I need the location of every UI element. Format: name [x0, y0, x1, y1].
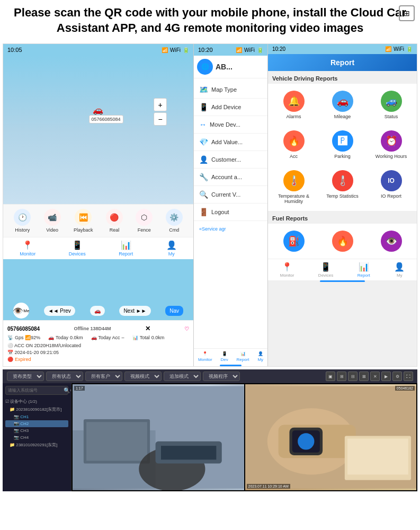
p2-nav-dev[interactable]: 📱 Dev — [220, 351, 228, 362]
grid-3-icon[interactable]: ⊟ — [348, 372, 358, 381]
p2-nav-my[interactable]: 👤 My — [257, 351, 263, 362]
qr-icon: ⊞ — [399, 5, 415, 21]
parking-icon-circle: 🅿 — [332, 130, 353, 152]
report-io[interactable]: IO IO Report — [368, 166, 414, 208]
prev-button[interactable]: ◄◄ Prev — [44, 306, 75, 316]
p3-report-label: Report — [358, 273, 370, 278]
stop-icon[interactable]: ✕ — [370, 372, 380, 381]
video-program-dropdown[interactable]: 视频程序 — [203, 372, 240, 381]
tree-ch3[interactable]: 📷 CH3 — [5, 427, 68, 434]
menu-map-type[interactable]: 🗺️ Map Type — [194, 81, 267, 99]
video-mode-dropdown[interactable]: 视频模式 — [124, 372, 162, 381]
video-search-input[interactable] — [8, 388, 64, 393]
customer-dropdown[interactable]: 所有客户 — [85, 372, 122, 381]
device-type-dropdown[interactable]: 资布类型 — [7, 372, 44, 381]
video-label: Video — [46, 227, 58, 233]
status-dropdown[interactable]: 所有状态 — [46, 372, 83, 381]
fuel-item-3[interactable]: 👁️ — [368, 226, 414, 256]
grid-4-icon[interactable]: ⊠ — [359, 372, 369, 381]
device-tree: ☑ 设备中心 (1/2) 📁 2023810090182[东莞市] 📷 CH1 … — [5, 398, 68, 449]
menu-move-device[interactable]: ↔️ Move Dev... — [194, 116, 267, 134]
zoom-in-button[interactable]: + — [154, 98, 167, 111]
report-temp-statistics[interactable]: 🌡️ Temp Statistics — [319, 166, 365, 208]
next-button[interactable]: Next ►► — [119, 306, 150, 316]
menu-logout[interactable]: 🚪 Logout — [194, 204, 267, 221]
tree-ch2[interactable]: 📷 CH2 — [5, 420, 68, 427]
menu-customer[interactable]: 👤 Customer... — [194, 151, 267, 169]
video-timestamp-2: 2023.07.11 10:29:10 AM — [247, 484, 290, 489]
video-device-id: 05046182 — [395, 386, 415, 391]
p2-nav-monitor[interactable]: 📍 Monitor — [198, 351, 212, 362]
zoom-out-button[interactable]: − — [154, 112, 167, 126]
today-stat: 🚗 Today 0.0km — [48, 335, 83, 340]
nav-monitor[interactable]: 📍 Monitor — [20, 240, 35, 257]
video-search: 🔍 ⚙ — [5, 386, 68, 395]
quick-cmd[interactable]: ⚙️ Cmd — [166, 209, 183, 233]
calendar-icon: 📅 — [7, 350, 13, 355]
p3-bottom-divider — [320, 280, 364, 282]
report-alarms[interactable]: 🔔 Alarms — [271, 86, 317, 123]
tree-device-group-2[interactable]: 📁 2381010920291[东莞] — [5, 441, 68, 449]
gps-icon: 📡 — [7, 335, 13, 340]
p2-wifi-icon: WiFi — [244, 47, 255, 53]
p3-my-label: My — [397, 273, 403, 278]
p3-nav-report[interactable]: 📊 Report — [358, 262, 370, 278]
nav-my[interactable]: 👤 My — [166, 240, 177, 257]
acc-icon-circle: 🔥 — [283, 130, 305, 152]
menu-add-value[interactable]: 💎 Add Value... — [194, 134, 267, 151]
service-agreement[interactable]: «Service agr — [194, 224, 267, 234]
header-title: Please scan the QR code with your mobile… — [8, 5, 412, 36]
p2-nav-report[interactable]: 📊 Report — [237, 351, 249, 362]
close-icon[interactable]: ✕ — [145, 325, 150, 332]
fuel-item-1[interactable]: ⛽ — [271, 226, 317, 256]
p2-report-label: Report — [237, 357, 249, 362]
fuel-report-grid: ⛽ 🔥 👁️ — [268, 224, 417, 259]
tree-device-group-1[interactable]: 📁 2023810090182[东莞市] — [5, 405, 68, 413]
gps-stat: 📡 Gps 📶92% — [7, 335, 40, 340]
battery-icon: 🔋 — [183, 47, 189, 53]
report-working-hours[interactable]: ⏰ Working Hours — [368, 126, 414, 163]
report-mileage[interactable]: 🚗 Mileage — [319, 86, 365, 123]
report-parking[interactable]: 🅿 Parking — [319, 126, 365, 163]
video-sidebar: 🔍 ⚙ ☑ 设备中心 (1/2) 📁 2023810090182[东莞市] 📷 … — [3, 383, 72, 491]
phone1-time: 10:05 — [7, 47, 22, 53]
add-value-label: Add Value... — [211, 139, 243, 145]
grid-1-icon[interactable]: ▣ — [326, 372, 335, 381]
append-mode-dropdown[interactable]: 追加模式 — [164, 372, 201, 381]
play-icon[interactable]: ▶ — [381, 372, 391, 381]
fuel-item-2[interactable]: 🔥 — [319, 226, 365, 256]
menu-account[interactable]: 🔧 Account a... — [194, 169, 267, 186]
me-button[interactable]: 👁️ Me — [13, 303, 29, 319]
quick-video[interactable]: 📹 Video — [44, 209, 61, 233]
report-temp-humidity[interactable]: 🌡️ Temperature & Humidity — [271, 166, 317, 208]
quick-history[interactable]: 🕐 History — [14, 209, 31, 233]
menu-current[interactable]: 🔍 Current V... — [194, 186, 267, 204]
p3-nav-devices[interactable]: 📱 Devices — [318, 262, 333, 278]
quick-playback[interactable]: ⏮️ Playback — [74, 209, 93, 233]
p3-nav-my[interactable]: 👤 My — [394, 262, 405, 278]
fullscreen-icon[interactable]: ⛶ — [404, 372, 413, 381]
quick-real[interactable]: 🔴 Real — [106, 209, 123, 233]
report-acc[interactable]: 🔥 Acc — [271, 126, 317, 163]
quick-fence[interactable]: ⬡ Fence — [136, 209, 153, 233]
customer-label: Customer... — [211, 156, 241, 163]
device-status: Offline 138D44M — [74, 326, 111, 331]
nav-button[interactable]: Nav — [165, 306, 183, 316]
tree-ch1[interactable]: 📷 CH1 — [5, 413, 68, 420]
date-text: 2024-01-20 09:21:05 — [15, 350, 59, 355]
nav-devices[interactable]: 📱 Devices — [69, 240, 86, 257]
menu-add-device[interactable]: 📱 Add Device — [194, 99, 267, 116]
search-icon[interactable]: 🔍 — [64, 387, 70, 393]
grid-2-icon[interactable]: ⊞ — [337, 372, 346, 381]
tree-device-center[interactable]: ☑ 设备中心 (1/2) — [5, 398, 68, 405]
car-today-icon: 🚗 — [48, 335, 54, 340]
nav-report[interactable]: 📊 Report — [119, 240, 133, 257]
parking-label: Parking — [334, 154, 351, 159]
settings-icon[interactable]: ⚙ — [392, 372, 402, 381]
temp-humidity-icon-circle: 🌡️ — [283, 170, 305, 191]
p3-nav-monitor[interactable]: 📍 Monitor — [280, 262, 294, 278]
tree-ch4[interactable]: 📷 CH4 — [5, 434, 68, 441]
phone3-status-icons: 📶 WiFi 🔋 — [385, 46, 413, 52]
p3-battery-icon: 🔋 — [406, 46, 413, 52]
report-status[interactable]: 🚙 Status — [368, 86, 414, 123]
